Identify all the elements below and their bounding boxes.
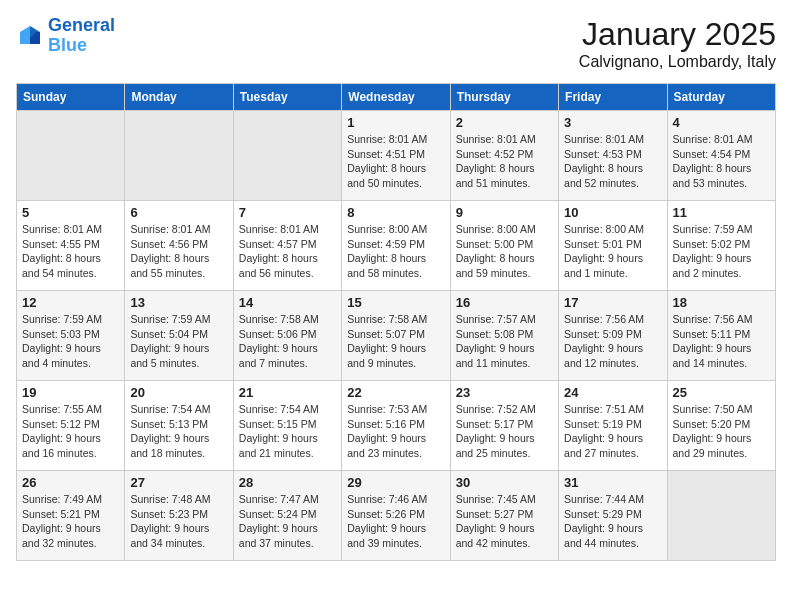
calendar-week-row: 5Sunrise: 8:01 AM Sunset: 4:55 PM Daylig… (17, 201, 776, 291)
day-info: Sunrise: 7:57 AM Sunset: 5:08 PM Dayligh… (456, 312, 553, 371)
day-info: Sunrise: 7:56 AM Sunset: 5:09 PM Dayligh… (564, 312, 661, 371)
weekday-header: Tuesday (233, 84, 341, 111)
calendar-cell (17, 111, 125, 201)
day-number: 23 (456, 385, 553, 400)
day-number: 24 (564, 385, 661, 400)
calendar-cell: 29Sunrise: 7:46 AM Sunset: 5:26 PM Dayli… (342, 471, 450, 561)
calendar-week-row: 12Sunrise: 7:59 AM Sunset: 5:03 PM Dayli… (17, 291, 776, 381)
calendar-table: SundayMondayTuesdayWednesdayThursdayFrid… (16, 83, 776, 561)
day-info: Sunrise: 7:56 AM Sunset: 5:11 PM Dayligh… (673, 312, 770, 371)
weekday-header: Friday (559, 84, 667, 111)
weekday-header: Thursday (450, 84, 558, 111)
day-number: 15 (347, 295, 444, 310)
calendar-cell (667, 471, 775, 561)
svg-marker-1 (20, 26, 30, 44)
day-info: Sunrise: 8:00 AM Sunset: 5:01 PM Dayligh… (564, 222, 661, 281)
day-number: 31 (564, 475, 661, 490)
calendar-cell: 25Sunrise: 7:50 AM Sunset: 5:20 PM Dayli… (667, 381, 775, 471)
calendar-cell: 12Sunrise: 7:59 AM Sunset: 5:03 PM Dayli… (17, 291, 125, 381)
day-number: 20 (130, 385, 227, 400)
calendar-cell: 10Sunrise: 8:00 AM Sunset: 5:01 PM Dayli… (559, 201, 667, 291)
calendar-cell: 15Sunrise: 7:58 AM Sunset: 5:07 PM Dayli… (342, 291, 450, 381)
day-info: Sunrise: 7:46 AM Sunset: 5:26 PM Dayligh… (347, 492, 444, 551)
day-info: Sunrise: 8:01 AM Sunset: 4:56 PM Dayligh… (130, 222, 227, 281)
page-header: General Blue January 2025 Calvignano, Lo… (16, 16, 776, 71)
day-number: 29 (347, 475, 444, 490)
day-number: 28 (239, 475, 336, 490)
day-number: 1 (347, 115, 444, 130)
day-number: 21 (239, 385, 336, 400)
day-number: 27 (130, 475, 227, 490)
calendar-cell: 2Sunrise: 8:01 AM Sunset: 4:52 PM Daylig… (450, 111, 558, 201)
day-info: Sunrise: 8:00 AM Sunset: 4:59 PM Dayligh… (347, 222, 444, 281)
day-number: 19 (22, 385, 119, 400)
weekday-header: Saturday (667, 84, 775, 111)
day-number: 8 (347, 205, 444, 220)
calendar-cell: 5Sunrise: 8:01 AM Sunset: 4:55 PM Daylig… (17, 201, 125, 291)
day-info: Sunrise: 7:45 AM Sunset: 5:27 PM Dayligh… (456, 492, 553, 551)
day-info: Sunrise: 7:54 AM Sunset: 5:13 PM Dayligh… (130, 402, 227, 461)
day-info: Sunrise: 7:55 AM Sunset: 5:12 PM Dayligh… (22, 402, 119, 461)
day-number: 4 (673, 115, 770, 130)
location-title: Calvignano, Lombardy, Italy (579, 53, 776, 71)
day-number: 12 (22, 295, 119, 310)
weekday-header: Wednesday (342, 84, 450, 111)
calendar-cell (233, 111, 341, 201)
calendar-cell: 3Sunrise: 8:01 AM Sunset: 4:53 PM Daylig… (559, 111, 667, 201)
day-number: 30 (456, 475, 553, 490)
day-number: 9 (456, 205, 553, 220)
calendar-cell: 21Sunrise: 7:54 AM Sunset: 5:15 PM Dayli… (233, 381, 341, 471)
logo-icon (16, 22, 44, 50)
day-number: 26 (22, 475, 119, 490)
day-number: 16 (456, 295, 553, 310)
day-info: Sunrise: 8:01 AM Sunset: 4:55 PM Dayligh… (22, 222, 119, 281)
day-info: Sunrise: 7:59 AM Sunset: 5:03 PM Dayligh… (22, 312, 119, 371)
calendar-cell: 7Sunrise: 8:01 AM Sunset: 4:57 PM Daylig… (233, 201, 341, 291)
day-info: Sunrise: 7:59 AM Sunset: 5:04 PM Dayligh… (130, 312, 227, 371)
calendar-cell: 1Sunrise: 8:01 AM Sunset: 4:51 PM Daylig… (342, 111, 450, 201)
day-info: Sunrise: 8:01 AM Sunset: 4:57 PM Dayligh… (239, 222, 336, 281)
day-info: Sunrise: 7:58 AM Sunset: 5:07 PM Dayligh… (347, 312, 444, 371)
day-info: Sunrise: 7:53 AM Sunset: 5:16 PM Dayligh… (347, 402, 444, 461)
calendar-cell (125, 111, 233, 201)
calendar-cell: 14Sunrise: 7:58 AM Sunset: 5:06 PM Dayli… (233, 291, 341, 381)
calendar-week-row: 1Sunrise: 8:01 AM Sunset: 4:51 PM Daylig… (17, 111, 776, 201)
calendar-week-row: 26Sunrise: 7:49 AM Sunset: 5:21 PM Dayli… (17, 471, 776, 561)
calendar-cell: 11Sunrise: 7:59 AM Sunset: 5:02 PM Dayli… (667, 201, 775, 291)
day-info: Sunrise: 7:47 AM Sunset: 5:24 PM Dayligh… (239, 492, 336, 551)
calendar-cell: 16Sunrise: 7:57 AM Sunset: 5:08 PM Dayli… (450, 291, 558, 381)
calendar-week-row: 19Sunrise: 7:55 AM Sunset: 5:12 PM Dayli… (17, 381, 776, 471)
day-number: 22 (347, 385, 444, 400)
calendar-cell: 24Sunrise: 7:51 AM Sunset: 5:19 PM Dayli… (559, 381, 667, 471)
day-info: Sunrise: 7:48 AM Sunset: 5:23 PM Dayligh… (130, 492, 227, 551)
calendar-cell: 23Sunrise: 7:52 AM Sunset: 5:17 PM Dayli… (450, 381, 558, 471)
calendar-cell: 9Sunrise: 8:00 AM Sunset: 5:00 PM Daylig… (450, 201, 558, 291)
weekday-header: Sunday (17, 84, 125, 111)
day-info: Sunrise: 7:58 AM Sunset: 5:06 PM Dayligh… (239, 312, 336, 371)
day-number: 25 (673, 385, 770, 400)
weekday-header: Monday (125, 84, 233, 111)
day-info: Sunrise: 8:01 AM Sunset: 4:52 PM Dayligh… (456, 132, 553, 191)
calendar-cell: 18Sunrise: 7:56 AM Sunset: 5:11 PM Dayli… (667, 291, 775, 381)
day-number: 18 (673, 295, 770, 310)
day-info: Sunrise: 7:44 AM Sunset: 5:29 PM Dayligh… (564, 492, 661, 551)
day-info: Sunrise: 7:54 AM Sunset: 5:15 PM Dayligh… (239, 402, 336, 461)
calendar-cell: 26Sunrise: 7:49 AM Sunset: 5:21 PM Dayli… (17, 471, 125, 561)
day-number: 11 (673, 205, 770, 220)
day-number: 17 (564, 295, 661, 310)
logo-text: General Blue (48, 16, 115, 56)
logo: General Blue (16, 16, 115, 56)
day-info: Sunrise: 7:59 AM Sunset: 5:02 PM Dayligh… (673, 222, 770, 281)
calendar-cell: 4Sunrise: 8:01 AM Sunset: 4:54 PM Daylig… (667, 111, 775, 201)
calendar-cell: 17Sunrise: 7:56 AM Sunset: 5:09 PM Dayli… (559, 291, 667, 381)
calendar-cell: 8Sunrise: 8:00 AM Sunset: 4:59 PM Daylig… (342, 201, 450, 291)
month-title: January 2025 (579, 16, 776, 53)
day-number: 13 (130, 295, 227, 310)
day-info: Sunrise: 7:49 AM Sunset: 5:21 PM Dayligh… (22, 492, 119, 551)
calendar-cell: 6Sunrise: 8:01 AM Sunset: 4:56 PM Daylig… (125, 201, 233, 291)
calendar-cell: 27Sunrise: 7:48 AM Sunset: 5:23 PM Dayli… (125, 471, 233, 561)
calendar-cell: 28Sunrise: 7:47 AM Sunset: 5:24 PM Dayli… (233, 471, 341, 561)
day-info: Sunrise: 7:51 AM Sunset: 5:19 PM Dayligh… (564, 402, 661, 461)
calendar-cell: 31Sunrise: 7:44 AM Sunset: 5:29 PM Dayli… (559, 471, 667, 561)
title-block: January 2025 Calvignano, Lombardy, Italy (579, 16, 776, 71)
